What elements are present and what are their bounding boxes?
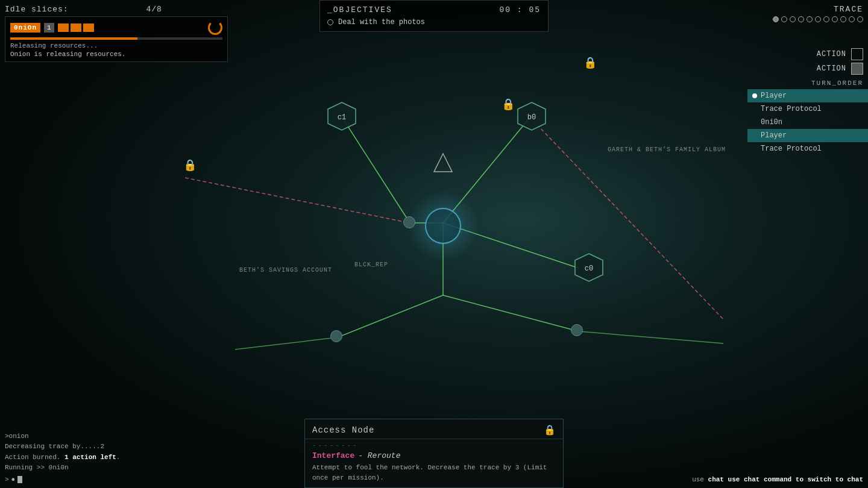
turn-label-4: Player [761,131,787,140]
svg-line-5 [443,295,579,331]
turn-item-player-1[interactable]: Player [747,89,868,102]
action-row-2: ACTION [747,63,868,75]
lock-upper: 🔒 [583,56,597,69]
objective-item-1: Deal with the photos [327,18,541,27]
svg-line-10 [579,331,723,343]
svg-text:b0: b0 [527,113,536,122]
trace-label: TRACE [773,5,863,14]
svg-text:c1: c1 [338,113,346,122]
access-node-header: Access Node 🔒 [305,419,563,439]
trace-pip-11 [857,16,863,22]
node-c0[interactable]: c0 [574,252,604,283]
svg-line-0 [342,117,410,223]
trace-pip-6 [815,16,821,22]
access-node-panel: Access Node 🔒 -------- Interface - Rerou… [304,419,564,488]
turn-order-title: TURN_ORDER [747,77,868,89]
ability-reroute: - Reroute [358,451,400,460]
dot-node-3[interactable] [571,324,583,336]
console-prompt: > [5,476,9,483]
pip-2 [71,23,81,32]
trace-pip-4 [798,16,804,22]
chat-hint-text: use chat command to switch to chat [728,476,863,483]
turn-label-3: 0ni0n [761,118,782,127]
svg-line-9 [235,337,338,349]
objectives-title: _OBJECTIVES [327,5,392,14]
label-blck-rep: BLCK_REP [354,261,388,268]
node-b0[interactable]: b0 [517,101,547,131]
turn-item-player-2[interactable]: Player [747,129,868,142]
action-row-1: ACTION [747,48,868,60]
action-box-2[interactable] [851,63,863,75]
pip-1 [58,23,69,32]
turn-item-trace-2[interactable]: Trace Protocol [747,142,868,155]
right-panel: ACTION ACTION TURN_ORDER Player Trace Pr… [747,48,868,155]
trace-pips [773,16,863,22]
objectives-panel: _OBJECTIVES 00 : 05 Deal with the photos [319,0,549,32]
dot-node-1[interactable] [403,216,415,228]
pip-3 [83,23,94,32]
timer: 00 : 05 [499,5,541,14]
lock-left: 🔒 [183,158,197,172]
idle-slices-label: Idle slices: 4/8 [5,5,228,14]
trace-pip-7 [823,16,829,22]
console-input-row[interactable]: > ● [5,476,224,483]
chat-hint-panel: use chat use chat command to switch to c… [692,476,863,483]
release-text: Releasing resources... [10,42,222,49]
console-cursor [17,476,22,483]
console-bullet: ● [11,476,16,483]
console-output: >onion Decreasing trace by.....2 Action … [5,431,224,474]
agent-row: 0niOn 1 [10,20,222,35]
objective-text: Deal with the photos [338,18,425,27]
console-panel: >onion Decreasing trace by.....2 Action … [0,427,229,488]
ability-interface: Interface [312,451,354,460]
turn-label-1: Player [761,92,787,100]
trace-pip-3 [790,16,796,22]
access-node-title: Access Node [312,425,374,435]
node-c1[interactable]: c1 [327,101,357,131]
center-platform[interactable] [425,208,461,244]
release-bar [10,37,137,40]
svg-line-4 [338,295,443,337]
action-label-1: ACTION [817,50,846,58]
trace-pip-10 [849,16,855,22]
svg-line-8 [185,178,410,223]
action-box-1[interactable] [851,48,863,60]
turn-item-trace-1[interactable]: Trace Protocol [747,102,868,116]
svg-line-7 [524,111,723,319]
ability-description: Attempt to fool the network. Decrease th… [305,463,563,487]
ability-row: Interface - Reroute [305,449,563,463]
spinner [208,20,222,35]
onion-status: Onion is releasing resources. [10,51,222,58]
trace-pip-2 [781,16,787,22]
trace-pip-9 [840,16,846,22]
action-label-2: ACTION [817,64,846,73]
idle-label-text: Idle slices: [5,5,69,14]
trace-pip-5 [807,16,813,22]
agent-name: 0niOn [10,23,40,33]
turn-item-onion[interactable]: 0ni0n [747,116,868,129]
dot-node-2[interactable] [330,330,342,342]
release-bar-container [10,37,222,40]
separator: -------- [305,439,563,449]
objective-circle [327,19,333,25]
idle-count: 4/8 [146,5,162,14]
lock-b0: 🔒 [502,98,515,111]
agent-level: 1 [44,23,54,33]
objectives-header: _OBJECTIVES 00 : 05 [327,5,541,14]
health-pips [58,23,94,32]
chat-hint: use chat use chat command to switch to c… [692,476,863,483]
trace-panel: TRACE [773,5,863,22]
label-beth-savings: BETH'S SAVINGS ACCOUNT [239,267,332,274]
trace-pip-8 [832,16,838,22]
turn-label-2: Trace Protocol [761,105,822,113]
svg-text:c0: c0 [585,264,593,273]
turn-dot-1 [752,93,757,98]
label-family-album: GARETH & BETH'S FAMILY ALBUM [608,146,726,153]
access-node-lock-icon: 🔒 [544,424,556,436]
chat-command: chat [708,476,724,483]
svg-marker-11 [434,154,452,172]
trace-pip-1 [773,16,779,22]
turn-label-5: Trace Protocol [761,145,822,153]
top-left-panel: Idle slices: 4/8 0niOn 1 Releasing resou… [5,5,228,62]
